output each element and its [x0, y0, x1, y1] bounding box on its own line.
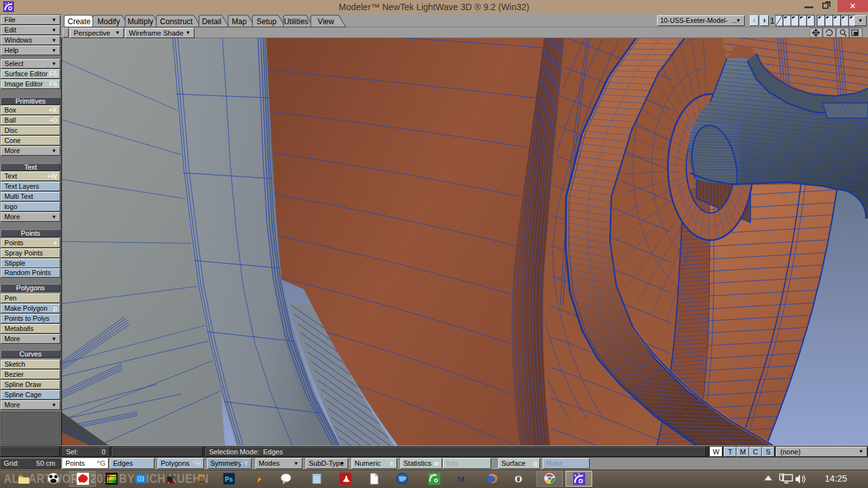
svg-text:Create: Create — [67, 17, 90, 26]
svg-text:M: M — [457, 474, 465, 484]
svg-text:Ps: Ps — [225, 476, 233, 483]
svg-text:Multiply: Multiply — [128, 17, 154, 26]
svg-text:O: O — [515, 474, 522, 484]
svg-text:Map: Map — [232, 17, 247, 26]
svg-text:Modify: Modify — [97, 17, 119, 26]
svg-text:+Z: +Z — [780, 191, 788, 198]
svg-text:View: View — [318, 17, 334, 26]
svg-text:Detail: Detail — [202, 17, 222, 26]
svg-text:Utilities: Utilities — [284, 17, 309, 26]
svg-text:Construct: Construct — [160, 17, 193, 26]
svg-text:Setup: Setup — [257, 17, 277, 26]
